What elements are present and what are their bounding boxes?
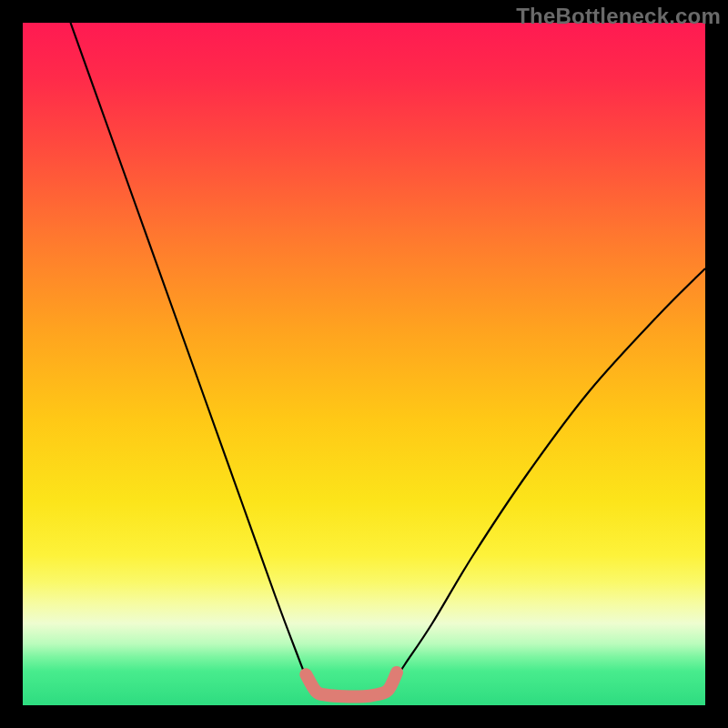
chart-svg xyxy=(23,23,705,705)
flat-marker xyxy=(306,672,397,696)
left-curve xyxy=(71,23,317,692)
right-curve xyxy=(385,268,706,692)
watermark: TheBottleneck.com xyxy=(516,4,721,29)
chart-plot-area xyxy=(23,23,705,705)
